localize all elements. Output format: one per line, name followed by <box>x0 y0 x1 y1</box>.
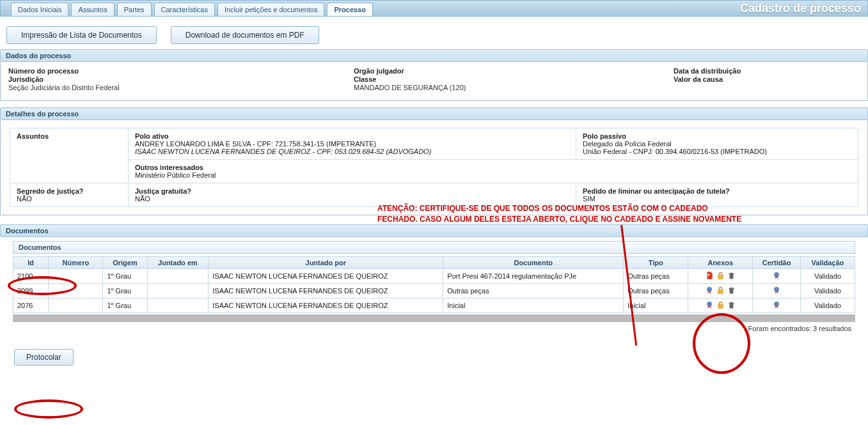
documentos-panel: Documentos Id Número Origem Juntado em J… <box>0 237 868 337</box>
classe-value: MANDADO DE SEGURANÇA (120) <box>354 84 466 91</box>
segredo-justica-label: Segredo de justiça? <box>17 187 84 195</box>
lock-icon[interactable] <box>716 286 725 295</box>
seal-icon[interactable] <box>772 300 781 309</box>
cell-validacao: Validado <box>800 269 855 284</box>
col-origem: Origem <box>103 257 147 269</box>
col-documento: Documento <box>443 257 624 269</box>
svg-point-4 <box>775 287 779 291</box>
numero-processo-label: Número do processo <box>8 67 354 75</box>
callout-line2: FECHADO. CASO ALGUM DELES ESTEJA ABERTO,… <box>377 214 793 225</box>
tab-label: Incluir petições e documentos <box>225 6 318 13</box>
assuntos-label: Assuntos <box>17 132 49 140</box>
tab-assuntos[interactable]: Assuntos <box>71 3 114 16</box>
outros-interessados-label: Outros interessados <box>135 164 203 171</box>
cell-tipo: Inicial <box>624 298 688 313</box>
cell-juntado-por: ISAAC NEWTON LUCENA FERNANDES DE QUEIROZ <box>209 269 443 284</box>
svg-point-7 <box>775 302 779 306</box>
cell-juntado-por: ISAAC NEWTON LUCENA FERNANDES DE QUEIROZ <box>209 298 443 313</box>
cell-validacao: Validado <box>800 298 855 313</box>
tab-partes[interactable]: Partes <box>117 3 152 16</box>
col-juntado-por: Juntado por <box>209 257 443 269</box>
tab-label: Características <box>161 6 208 13</box>
section-documentos-header: Documentos <box>0 224 868 237</box>
svg-point-5 <box>707 302 712 306</box>
svg-point-2 <box>707 287 712 291</box>
cell-juntado-por: ISAAC NEWTON LUCENA FERNANDES DE QUEIROZ <box>209 284 443 298</box>
section-detalhes-body: Assuntos Polo ativo ANDREY LEONARDO LIMA… <box>0 120 868 215</box>
cell-certidao <box>753 284 800 298</box>
cell-documento: Port Presi 467-2014 regulamentação PJe <box>443 269 624 284</box>
tab-incluir-peticoes[interactable]: Incluir petições e documentos <box>217 3 325 16</box>
polo-ativo-line2: ISAAC NEWTON LUCENA FERNANDES DE QUEIROZ… <box>135 148 431 155</box>
cell-anexos <box>688 284 753 298</box>
tab-label: Dados Iniciais <box>18 6 61 13</box>
tab-dados-iniciais[interactable]: Dados Iniciais <box>11 3 68 16</box>
justica-gratuita-label: Justiça gratuita? <box>135 187 191 195</box>
tab-label: Processo <box>334 6 366 13</box>
col-certidao: Certidão <box>753 257 800 269</box>
col-numero: Número <box>49 257 103 269</box>
seal-icon[interactable] <box>772 271 781 280</box>
polo-ativo-label: Polo ativo <box>135 132 169 140</box>
table-row: 21001º GrauISAAC NEWTON LUCENA FERNANDES… <box>13 269 855 284</box>
polo-passivo-label: Polo passivo <box>583 132 626 140</box>
trash-icon[interactable] <box>727 286 736 295</box>
tab-processo[interactable]: Processo <box>327 3 373 16</box>
cell-numero <box>49 269 103 284</box>
documentos-table: Id Número Origem Juntado em Juntado por … <box>13 256 855 313</box>
cell-anexos <box>688 298 753 313</box>
lock-icon[interactable] <box>716 301 725 309</box>
cell-documento: Inicial <box>443 298 624 313</box>
table-footer-bar <box>13 314 855 322</box>
cell-certidao <box>753 269 800 284</box>
button-row: Impressão de Lista de Documentos Downloa… <box>0 17 868 49</box>
cell-numero <box>49 284 103 298</box>
lock-icon[interactable] <box>716 272 725 280</box>
seal-icon[interactable] <box>705 300 714 309</box>
cell-anexos <box>688 269 753 284</box>
impressao-lista-button[interactable]: Impressão de Lista de Documentos <box>6 26 157 44</box>
cell-id: 2099 <box>13 284 49 298</box>
polo-passivo-line2: União Federal - CNPJ: 00.394.460/0216-53… <box>583 148 767 155</box>
cell-juntado-em <box>147 284 209 298</box>
download-pdf-button[interactable]: Download de documentos em PDF <box>171 26 319 44</box>
cell-origem: 1º Grau <box>103 298 147 313</box>
table-row: 20761º GrauISAAC NEWTON LUCENA FERNANDES… <box>13 298 855 313</box>
tab-label: Assuntos <box>78 6 107 13</box>
seal-icon[interactable] <box>772 286 781 295</box>
col-anexos: Anexos <box>688 257 753 269</box>
justica-gratuita-value: NÃO <box>135 195 150 203</box>
header-bar: Dados Iniciais Assuntos Partes Caracterí… <box>0 0 868 17</box>
jurisdicao-value: Seção Judiciária do Distrito Federal <box>8 84 120 91</box>
svg-rect-6 <box>718 304 723 308</box>
protocolar-button[interactable]: Protocolar <box>14 349 74 366</box>
section-dados-processo-body: Número do processo Jurisdição Seção Judi… <box>0 62 868 101</box>
cell-juntado-em <box>147 269 209 284</box>
data-distribuicao-label: Data da distribuição <box>674 67 741 75</box>
jurisdicao-label: Jurisdição <box>8 75 354 83</box>
trash-icon[interactable] <box>727 272 736 280</box>
results-count: Foram encontrados: 3 resultados <box>13 322 855 334</box>
pdf-icon[interactable] <box>705 271 714 280</box>
svg-rect-0 <box>718 275 723 279</box>
annotation-circle-protocolar <box>14 399 83 419</box>
table-row: 20991º GrauISAAC NEWTON LUCENA FERNANDES… <box>13 284 855 298</box>
col-id: Id <box>13 257 49 269</box>
cell-tipo: Outras peças <box>624 269 688 284</box>
polo-ativo-line1: ANDREY LEONARDO LIMA E SILVA - CPF: 721.… <box>135 140 376 148</box>
section-detalhes-header: Detalhes do processo <box>0 107 868 120</box>
trash-icon[interactable] <box>727 301 736 309</box>
cell-origem: 1º Grau <box>103 269 147 284</box>
outros-interessados-value: Ministério Público Federal <box>135 171 216 179</box>
svg-rect-3 <box>718 290 723 293</box>
callout-line1: ATENÇÃO: CERTIFIQUE-SE DE QUE TODOS OS D… <box>377 203 793 214</box>
cell-origem: 1º Grau <box>103 284 147 298</box>
col-validacao: Validação <box>800 257 855 269</box>
seal-icon[interactable] <box>705 286 714 295</box>
cell-juntado-em <box>147 298 209 313</box>
cell-certidao <box>753 298 800 313</box>
segredo-justica-value: NÃO <box>17 195 32 203</box>
tab-caracteristicas[interactable]: Características <box>154 3 215 16</box>
section-dados-processo-header: Dados do processo <box>0 49 868 62</box>
cell-validacao: Validado <box>800 284 855 298</box>
